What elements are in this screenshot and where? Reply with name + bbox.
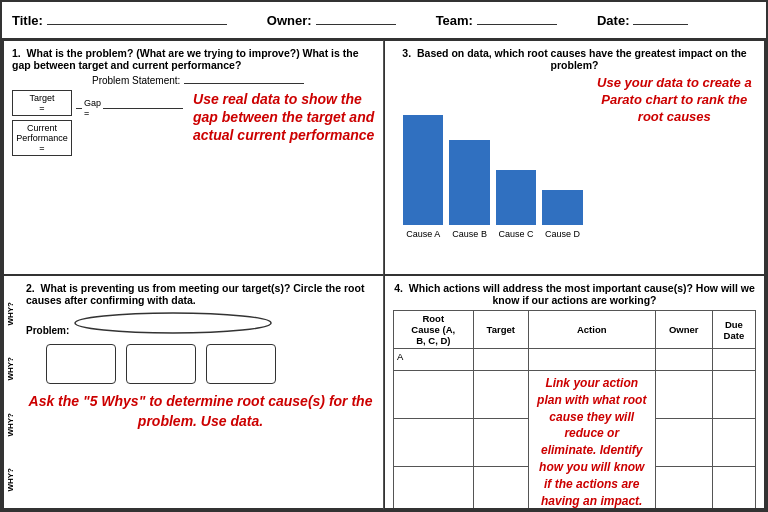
cell-due-3	[712, 418, 755, 466]
title-label: Title:	[12, 13, 43, 28]
cell-due-4	[712, 466, 755, 510]
q3-content: Cause A Cause B Cause C Cause D Use your…	[393, 75, 756, 239]
why-label-2: WHY?	[6, 357, 15, 381]
title-underline	[47, 24, 227, 25]
cause-b-label: Cause B	[449, 229, 489, 239]
team-underline	[477, 24, 557, 25]
q3-title-text: Based on data, which root causes have th…	[417, 47, 747, 71]
quadrant-1: 1. What is the problem? (What are we try…	[2, 40, 384, 275]
cell-owner-4	[655, 466, 712, 510]
q3-title: 3. Based on data, which root causes have…	[393, 47, 756, 71]
q1-instruction: Use real data to show the gap between th…	[193, 90, 375, 145]
gap-label-area: Gap =	[76, 90, 183, 118]
problem-label: Problem:	[26, 325, 69, 336]
q3-number: 3.	[402, 47, 411, 59]
cell-due-2	[712, 371, 755, 419]
cell-cause-2	[394, 371, 474, 419]
cell-owner-2	[655, 371, 712, 419]
why-label-1: WHY?	[6, 302, 15, 326]
q2-oval-area	[73, 312, 375, 336]
date-label: Date:	[597, 13, 630, 28]
cell-cause-4	[394, 466, 474, 510]
bar-a	[403, 115, 443, 225]
why-vertical-labels: WHY? WHY? WHY? WHY?	[4, 286, 16, 508]
team-label: Team:	[436, 13, 473, 28]
col-action: Action	[528, 311, 655, 349]
title-field: Title:	[12, 13, 227, 28]
why-label-4: WHY?	[6, 468, 15, 492]
q4-instruction: Link your action plan with what root cau…	[532, 373, 652, 510]
q1-boxes: Target = Current Performance =	[12, 90, 72, 156]
gap-underline	[103, 108, 183, 109]
cause-c-label: Cause C	[496, 229, 536, 239]
team-field: Team:	[436, 13, 557, 28]
target-box: Target =	[12, 90, 72, 116]
table-header-row: RootCause (A,B, C, D) Target Action Owne…	[394, 311, 756, 349]
gap-label: Gap =	[84, 98, 103, 118]
quadrant-4: 4. Which actions will address the most i…	[384, 275, 766, 510]
col-root-cause: RootCause (A,B, C, D)	[394, 311, 474, 349]
cell-target-4	[473, 466, 528, 510]
q1-diagram: Target = Current Performance = Gap = Use…	[12, 90, 375, 156]
q3-bar-labels: Cause A Cause B Cause C Cause D	[393, 227, 593, 239]
problem-statement-label: Problem Statement:	[92, 75, 180, 86]
owner-field: Owner:	[267, 13, 396, 28]
a3-form: Title: Owner: Team: Date: 1. What is the…	[0, 0, 768, 512]
q2-number: 2.	[26, 282, 35, 294]
q2-oval-svg	[73, 312, 273, 334]
cell-target-2	[473, 371, 528, 419]
q2-title-text: What is preventing us from meeting our t…	[26, 282, 364, 306]
q3-bar-chart	[393, 105, 593, 225]
svg-point-0	[75, 313, 271, 333]
q3-instruction: Use your data to create a Parato chart t…	[593, 75, 756, 126]
owner-label: Owner:	[267, 13, 312, 28]
q1-title: 1. What is the problem? (What are we try…	[12, 47, 375, 71]
q2-instruction: Ask the "5 Whys" to determine root cause…	[26, 392, 375, 431]
header: Title: Owner: Team: Date:	[2, 2, 766, 40]
cell-target-1	[473, 349, 528, 371]
q1-problem-stmt: Problem Statement:	[92, 75, 375, 86]
owner-underline	[316, 24, 396, 25]
cell-action-1	[528, 349, 655, 371]
q3-chart: Cause A Cause B Cause C Cause D	[393, 75, 593, 239]
date-underline	[633, 24, 688, 25]
col-owner: Owner	[655, 311, 712, 349]
problem-statement-underline	[184, 83, 304, 84]
q4-title: 4. Which actions will address the most i…	[393, 282, 756, 306]
why-box-3	[206, 344, 276, 384]
cell-due-1	[712, 349, 755, 371]
why-box-1	[46, 344, 116, 384]
cell-target-3	[473, 418, 528, 466]
col-target: Target	[473, 311, 528, 349]
cell-cause-3	[394, 418, 474, 466]
q4-title-text: Which actions will address the most impo…	[409, 282, 755, 306]
bar-d	[542, 190, 582, 225]
cell-owner-1	[655, 349, 712, 371]
q4-action-table: RootCause (A,B, C, D) Target Action Owne…	[393, 310, 756, 510]
quadrant-3: 3. Based on data, which root causes have…	[384, 40, 766, 275]
q2-why-boxes	[46, 344, 375, 384]
cell-cause-1: A	[394, 349, 474, 371]
q1-title-text: What is the problem? (What are we trying…	[12, 47, 359, 71]
q2-inner: 2. What is preventing us from meeting ou…	[26, 282, 375, 431]
cause-a-label: Cause A	[403, 229, 443, 239]
table-row: Link your action plan with what root cau…	[394, 371, 756, 419]
cell-owner-3	[655, 418, 712, 466]
col-due-date: DueDate	[712, 311, 755, 349]
why-box-2	[126, 344, 196, 384]
current-label: Current Performance	[16, 123, 68, 143]
target-equals: =	[16, 103, 68, 113]
table-row: A	[394, 349, 756, 371]
date-field: Date:	[597, 13, 689, 28]
bar-b	[449, 140, 489, 225]
q4-number: 4.	[394, 282, 403, 294]
target-label: Target	[16, 93, 68, 103]
cell-action-merged: Link your action plan with what root cau…	[528, 371, 655, 511]
cause-d-label: Cause D	[542, 229, 582, 239]
bar-c	[496, 170, 536, 225]
q2-title: 2. What is preventing us from meeting ou…	[26, 282, 375, 306]
q2-problem-line: Problem:	[26, 312, 375, 336]
current-equals: =	[16, 143, 68, 153]
q1-number: 1.	[12, 47, 21, 59]
why-label-3: WHY?	[6, 413, 15, 437]
